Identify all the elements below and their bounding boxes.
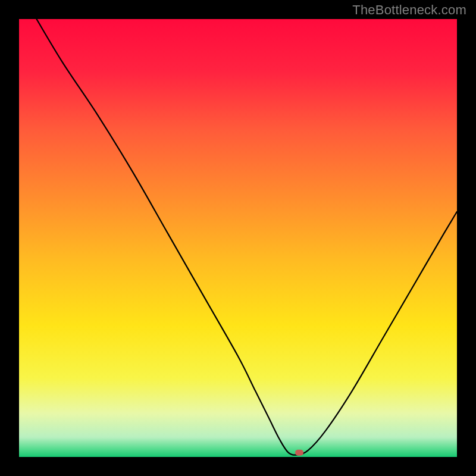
chart-container: TheBottleneck.com — [0, 0, 476, 476]
bottleneck-curve-chart — [19, 19, 457, 457]
gradient-background — [19, 19, 457, 457]
optimal-point-marker — [295, 450, 303, 456]
plot-area — [19, 19, 457, 457]
watermark-text: TheBottleneck.com — [352, 2, 466, 18]
